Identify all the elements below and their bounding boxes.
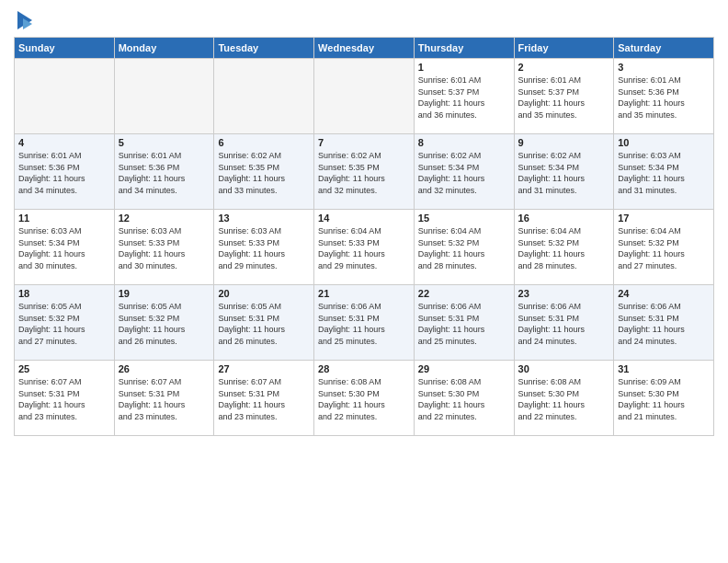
day-number: 23 (518, 288, 610, 299)
week-row-3: 11Sunrise: 6:03 AM Sunset: 5:34 PM Dayli… (15, 210, 714, 285)
day-number: 6 (218, 137, 310, 148)
week-row-5: 25Sunrise: 6:07 AM Sunset: 5:31 PM Dayli… (15, 361, 714, 436)
cell-info: Sunrise: 6:06 AM Sunset: 5:31 PM Dayligh… (518, 301, 610, 347)
cell-info: Sunrise: 6:03 AM Sunset: 5:33 PM Dayligh… (218, 225, 310, 271)
weekday-wednesday: Wednesday (314, 38, 415, 59)
calendar-cell: 27Sunrise: 6:07 AM Sunset: 5:31 PM Dayli… (214, 361, 314, 436)
day-number: 25 (18, 363, 110, 374)
day-number: 28 (318, 363, 410, 374)
calendar-cell: 9Sunrise: 6:02 AM Sunset: 5:34 PM Daylig… (514, 134, 614, 210)
cell-info: Sunrise: 6:08 AM Sunset: 5:30 PM Dayligh… (518, 376, 610, 422)
cell-info: Sunrise: 6:02 AM Sunset: 5:34 PM Dayligh… (518, 150, 610, 196)
day-number: 21 (318, 288, 410, 299)
day-number: 24 (618, 288, 710, 299)
day-number: 27 (218, 363, 310, 374)
calendar-cell: 12Sunrise: 6:03 AM Sunset: 5:33 PM Dayli… (114, 210, 214, 285)
calendar-cell: 14Sunrise: 6:04 AM Sunset: 5:33 PM Dayli… (314, 210, 415, 285)
day-number: 8 (418, 137, 510, 148)
calendar-cell: 6Sunrise: 6:02 AM Sunset: 5:35 PM Daylig… (214, 134, 314, 210)
page-header (14, 9, 714, 31)
weekday-thursday: Thursday (414, 38, 514, 59)
day-number: 15 (418, 213, 510, 224)
day-number: 19 (119, 288, 210, 299)
day-number: 9 (518, 137, 610, 148)
cell-info: Sunrise: 6:04 AM Sunset: 5:33 PM Dayligh… (318, 225, 410, 271)
calendar-cell: 21Sunrise: 6:06 AM Sunset: 5:31 PM Dayli… (314, 285, 415, 361)
calendar-cell: 31Sunrise: 6:09 AM Sunset: 5:30 PM Dayli… (614, 361, 714, 436)
calendar-cell: 28Sunrise: 6:08 AM Sunset: 5:30 PM Dayli… (314, 361, 415, 436)
calendar-cell: 7Sunrise: 6:02 AM Sunset: 5:35 PM Daylig… (314, 134, 415, 210)
logo-icon (16, 9, 34, 31)
calendar-cell: 10Sunrise: 6:03 AM Sunset: 5:34 PM Dayli… (614, 134, 714, 210)
cell-info: Sunrise: 6:02 AM Sunset: 5:35 PM Dayligh… (218, 150, 310, 196)
cell-info: Sunrise: 6:02 AM Sunset: 5:35 PM Dayligh… (318, 150, 410, 196)
day-number: 10 (618, 137, 710, 148)
calendar-cell (314, 59, 415, 134)
day-number: 18 (18, 288, 110, 299)
calendar-cell: 8Sunrise: 6:02 AM Sunset: 5:34 PM Daylig… (414, 134, 514, 210)
cell-info: Sunrise: 6:06 AM Sunset: 5:31 PM Dayligh… (318, 301, 410, 347)
cell-info: Sunrise: 6:08 AM Sunset: 5:30 PM Dayligh… (418, 376, 510, 422)
day-number: 11 (18, 213, 110, 224)
cell-info: Sunrise: 6:01 AM Sunset: 5:37 PM Dayligh… (418, 75, 510, 121)
calendar-cell: 16Sunrise: 6:04 AM Sunset: 5:32 PM Dayli… (514, 210, 614, 285)
cell-info: Sunrise: 6:04 AM Sunset: 5:32 PM Dayligh… (618, 225, 710, 271)
cell-info: Sunrise: 6:07 AM Sunset: 5:31 PM Dayligh… (18, 376, 110, 422)
weekday-header-row: SundayMondayTuesdayWednesdayThursdayFrid… (15, 38, 714, 59)
cell-info: Sunrise: 6:07 AM Sunset: 5:31 PM Dayligh… (218, 376, 310, 422)
cell-info: Sunrise: 6:05 AM Sunset: 5:32 PM Dayligh… (18, 301, 110, 347)
calendar-table: SundayMondayTuesdayWednesdayThursdayFrid… (14, 37, 714, 436)
cell-info: Sunrise: 6:03 AM Sunset: 5:34 PM Dayligh… (18, 225, 110, 271)
day-number: 3 (618, 62, 710, 73)
cell-info: Sunrise: 6:09 AM Sunset: 5:30 PM Dayligh… (618, 376, 710, 422)
day-number: 13 (218, 213, 310, 224)
day-number: 1 (418, 62, 510, 73)
cell-info: Sunrise: 6:05 AM Sunset: 5:32 PM Dayligh… (119, 301, 210, 347)
calendar-cell: 23Sunrise: 6:06 AM Sunset: 5:31 PM Dayli… (514, 285, 614, 361)
calendar-cell: 17Sunrise: 6:04 AM Sunset: 5:32 PM Dayli… (614, 210, 714, 285)
day-number: 29 (418, 363, 510, 374)
cell-info: Sunrise: 6:07 AM Sunset: 5:31 PM Dayligh… (119, 376, 210, 422)
calendar-cell: 26Sunrise: 6:07 AM Sunset: 5:31 PM Dayli… (114, 361, 214, 436)
calendar-cell: 5Sunrise: 6:01 AM Sunset: 5:36 PM Daylig… (114, 134, 214, 210)
week-row-1: 1Sunrise: 6:01 AM Sunset: 5:37 PM Daylig… (15, 59, 714, 134)
day-number: 22 (418, 288, 510, 299)
logo (14, 9, 34, 31)
cell-info: Sunrise: 6:01 AM Sunset: 5:37 PM Dayligh… (518, 75, 610, 121)
cell-info: Sunrise: 6:04 AM Sunset: 5:32 PM Dayligh… (518, 225, 610, 271)
calendar-cell: 3Sunrise: 6:01 AM Sunset: 5:36 PM Daylig… (614, 59, 714, 134)
day-number: 12 (119, 213, 210, 224)
day-number: 17 (618, 213, 710, 224)
cell-info: Sunrise: 6:01 AM Sunset: 5:36 PM Dayligh… (18, 150, 110, 196)
cell-info: Sunrise: 6:01 AM Sunset: 5:36 PM Dayligh… (119, 150, 210, 196)
calendar-cell: 19Sunrise: 6:05 AM Sunset: 5:32 PM Dayli… (114, 285, 214, 361)
cell-info: Sunrise: 6:06 AM Sunset: 5:31 PM Dayligh… (418, 301, 510, 347)
calendar-cell: 25Sunrise: 6:07 AM Sunset: 5:31 PM Dayli… (15, 361, 115, 436)
weekday-tuesday: Tuesday (214, 38, 314, 59)
week-row-4: 18Sunrise: 6:05 AM Sunset: 5:32 PM Dayli… (15, 285, 714, 361)
weekday-sunday: Sunday (15, 38, 115, 59)
weekday-monday: Monday (114, 38, 214, 59)
cell-info: Sunrise: 6:03 AM Sunset: 5:34 PM Dayligh… (618, 150, 710, 196)
calendar-cell (214, 59, 314, 134)
calendar-cell (114, 59, 214, 134)
cell-info: Sunrise: 6:01 AM Sunset: 5:36 PM Dayligh… (618, 75, 710, 121)
calendar-cell: 15Sunrise: 6:04 AM Sunset: 5:32 PM Dayli… (414, 210, 514, 285)
day-number: 4 (18, 137, 110, 148)
calendar-cell: 18Sunrise: 6:05 AM Sunset: 5:32 PM Dayli… (15, 285, 115, 361)
cell-info: Sunrise: 6:03 AM Sunset: 5:33 PM Dayligh… (119, 225, 210, 271)
calendar-cell (15, 59, 115, 134)
day-number: 5 (119, 137, 210, 148)
calendar-cell: 2Sunrise: 6:01 AM Sunset: 5:37 PM Daylig… (514, 59, 614, 134)
week-row-2: 4Sunrise: 6:01 AM Sunset: 5:36 PM Daylig… (15, 134, 714, 210)
calendar-cell: 11Sunrise: 6:03 AM Sunset: 5:34 PM Dayli… (15, 210, 115, 285)
day-number: 14 (318, 213, 410, 224)
cell-info: Sunrise: 6:06 AM Sunset: 5:31 PM Dayligh… (618, 301, 710, 347)
day-number: 20 (218, 288, 310, 299)
calendar-cell: 20Sunrise: 6:05 AM Sunset: 5:31 PM Dayli… (214, 285, 314, 361)
calendar-page: SundayMondayTuesdayWednesdayThursdayFrid… (0, 0, 728, 563)
day-number: 7 (318, 137, 410, 148)
day-number: 16 (518, 213, 610, 224)
calendar-cell: 30Sunrise: 6:08 AM Sunset: 5:30 PM Dayli… (514, 361, 614, 436)
cell-info: Sunrise: 6:04 AM Sunset: 5:32 PM Dayligh… (418, 225, 510, 271)
